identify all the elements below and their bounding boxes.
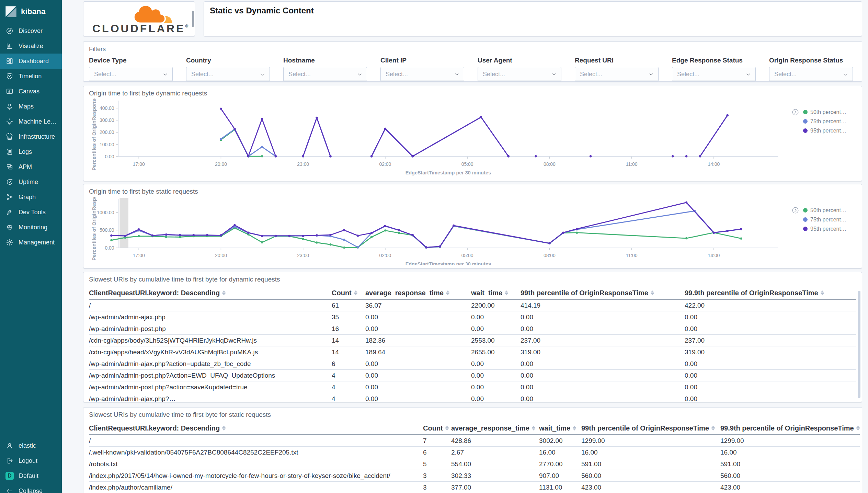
filter-select-origin-response-status[interactable]: Select... [769, 67, 853, 81]
cloudflare-brand-text: CLOUDFLARE [92, 22, 185, 35]
legend-item-75th-percent[interactable]: 75th percent… [792, 117, 856, 126]
header-row: CLOUDFLARE® Static vs Dynamic Content [83, 1, 862, 36]
table-cell-value: 61 [332, 300, 365, 311]
table-cell-value: 14 [332, 346, 365, 358]
table-cell-value: 422.00 [685, 300, 856, 311]
select-placeholder: Select... [483, 71, 505, 78]
table-cell-value: 16 [332, 323, 365, 335]
legend-item-95th-percent[interactable]: 95th percent… [792, 224, 856, 233]
column-header-clientrequesturi-keyword-descending[interactable]: ClientRequestURI.keyword: Descending [89, 422, 423, 435]
table-cell-value: 35 [332, 311, 365, 323]
sort-icon [222, 290, 226, 295]
sidebar-footer-logout[interactable]: Logout [0, 453, 62, 468]
table-cell-uri: /cdn-cgi/apps/body/3Lh52SjWTQ4HRlErJykHq… [89, 335, 332, 346]
table-cell-uri: /robots.txt [89, 458, 423, 470]
filter-select-edge-response-status[interactable]: Select... [672, 67, 756, 81]
filter-group-origin-response-status: Origin Response StatusSelect... [769, 57, 853, 81]
filter-group-client-ip: Client IPSelect... [380, 57, 464, 81]
filter-select-request-uri[interactable]: Select... [575, 67, 659, 81]
legend-toggle-button[interactable] [792, 108, 800, 116]
table-cell-value: 377.00 [451, 482, 539, 493]
markdown-panel-scrollbar[interactable] [192, 11, 194, 27]
legend-toggle-button[interactable] [792, 207, 800, 214]
sidebar-item-monitoring[interactable]: Monitoring [0, 220, 62, 235]
legend-item-95th-percent[interactable]: 95th percent… [792, 126, 856, 135]
sidebar-item-timelion[interactable]: Timelion [0, 69, 62, 84]
sidebar-item-dev-tools[interactable]: Dev Tools [0, 205, 62, 220]
column-header-99th-percentile-of-originresponsetime[interactable]: 99th percentile of OriginResponseTime [521, 287, 685, 300]
visualize-icon [6, 42, 13, 50]
legend-item-50th-percent[interactable]: 50th percent… [792, 107, 856, 117]
sidebar-item-canvas-label: Canvas [19, 88, 39, 95]
table-cell-value: 0.00 [521, 393, 685, 402]
legend-spacer [792, 118, 800, 125]
table-cell-value: 7 [423, 435, 451, 447]
sidebar-footer-default[interactable]: DDefault [0, 468, 62, 483]
column-header-99-9th-percentile-of-originresponsetime[interactable]: 99.9th percentile of OriginResponseTime [720, 422, 860, 435]
sidebar-item-visualize[interactable]: Visualize [0, 38, 62, 54]
table-title-static: Slowest URIs by cumulative time to first… [89, 411, 856, 419]
filter-select-user-agent[interactable]: Select... [478, 67, 561, 81]
kibana-logo[interactable]: kibana [0, 0, 62, 23]
chart-legend-dynamic: 50th percent…75th percent…95th percent… [792, 99, 856, 179]
chevron-down-icon [551, 71, 557, 77]
table-scrollbar[interactable] [858, 291, 860, 398]
sort-icon [354, 290, 357, 295]
table-cell-value: 560.00 [720, 470, 860, 482]
legend-item-75th-percent[interactable]: 75th percent… [792, 215, 856, 224]
svg-text:17:00: 17:00 [133, 161, 145, 167]
legend-item-50th-percent[interactable]: 50th percent… [792, 206, 856, 215]
filter-select-device-type[interactable]: Select... [89, 67, 173, 81]
sidebar-item-graph-label: Graph [19, 194, 36, 201]
sidebar-item-discover-label: Discover [19, 27, 43, 35]
table-cell-value: 4 [332, 381, 365, 393]
sidebar-footer-elastic[interactable]: elastic [0, 438, 62, 453]
sidebar-item-maps[interactable]: Maps [0, 99, 62, 114]
line-chart-dynamic: 0.00100.00200.00300.00400.0017:0020:0023… [89, 99, 792, 179]
table-cell-value: 16.00 [539, 447, 581, 458]
table-cell-value: 1299.00 [581, 435, 720, 447]
data-table-static: ClientRequestURI.keyword: DescendingCoun… [89, 422, 856, 493]
select-placeholder: Select... [580, 71, 602, 78]
table-cell-value: 2.67 [451, 447, 539, 458]
svg-text:05:00: 05:00 [461, 253, 473, 258]
column-header-average-response-time[interactable]: average_response_time [451, 422, 539, 435]
sidebar-item-management-label: Management [19, 239, 55, 246]
sidebar-item-logs[interactable]: Logs [0, 144, 62, 159]
table-cell-value: 0.00 [365, 370, 471, 381]
column-header-wait-time[interactable]: wait_time [539, 422, 581, 435]
column-header-count[interactable]: Count [423, 422, 451, 435]
sidebar-item-infrastructure-label: Infrastructure [19, 133, 55, 140]
table-cell-uri: /index.php/author/camiliame/ [89, 482, 423, 493]
column-header-99-9th-percentile-of-originresponsetime[interactable]: 99.9th percentile of OriginResponseTime [685, 287, 856, 300]
filter-select-client-ip[interactable]: Select... [380, 67, 464, 81]
column-header-average-response-time[interactable]: average_response_time [365, 287, 471, 300]
table-cell-value: 237.00 [521, 335, 685, 346]
sidebar: kibana DiscoverVisualizeDashboardTimelio… [0, 0, 62, 493]
sidebar-item-management[interactable]: Management [0, 235, 62, 250]
sidebar-item-dashboard[interactable]: Dashboard [0, 54, 62, 69]
column-header-99th-percentile-of-originresponsetime[interactable]: 99th percentile of OriginResponseTime [581, 422, 720, 435]
filter-select-country[interactable]: Select... [186, 67, 270, 81]
table-cell-value: 2770.00 [539, 458, 581, 470]
sort-icon [532, 426, 535, 431]
filter-select-hostname[interactable]: Select... [283, 67, 367, 81]
dev-tools-icon [6, 208, 13, 216]
column-header-wait-time[interactable]: wait_time [471, 287, 521, 300]
sidebar-item-machine-le[interactable]: Machine Le… [0, 114, 62, 129]
table-cell-uri: /cdn-cgi/apps/head/xVgyKhR-vV3dAUGhMqfBc… [89, 346, 332, 358]
column-header-clientrequesturi-keyword-descending[interactable]: ClientRequestURI.keyword: Descending [89, 287, 332, 300]
sidebar-item-apm[interactable]: APM [0, 159, 62, 174]
sidebar-footer-collapse[interactable]: Collapse [0, 483, 62, 493]
sidebar-item-discover[interactable]: Discover [0, 23, 62, 38]
sidebar-item-infrastructure[interactable]: Infrastructure [0, 129, 62, 144]
svg-text:05:00: 05:00 [461, 161, 473, 167]
sidebar-item-graph[interactable]: Graph [0, 190, 62, 205]
legend-label: 75th percent… [810, 118, 846, 125]
sidebar-item-uptime[interactable]: Uptime [0, 174, 62, 190]
table-cell-value: 6 [332, 358, 365, 370]
column-header-count[interactable]: Count [332, 287, 365, 300]
sidebar-item-canvas[interactable]: Canvas [0, 84, 62, 99]
filter-label-request-uri: Request URI [575, 57, 659, 64]
table-cell-value: 414.19 [521, 300, 685, 311]
